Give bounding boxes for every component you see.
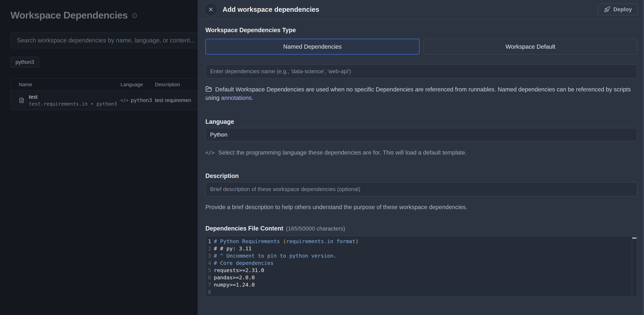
language-filter-chip[interactable]: python3 <box>10 57 39 67</box>
description-input[interactable] <box>206 182 637 196</box>
table-row[interactable]: test test.requirements.in • python3 </> … <box>11 91 198 110</box>
type-option-named-dependencies[interactable]: Named Dependencies <box>206 39 420 54</box>
dependency-meta: test.requirements.in • python3 <box>29 101 117 107</box>
code-text: # Core dependencies <box>214 260 274 267</box>
code-text: requests>=2.31.0 <box>214 267 264 274</box>
code-text: pandas>=2.0.0 <box>214 274 255 281</box>
page-title-row: Workspace Dependencies <box>10 9 198 21</box>
editor-scrollbar-thumb[interactable] <box>632 237 636 239</box>
type-section-label: Workspace Dependencies Type <box>206 26 637 34</box>
code-line: 7numpy>=1.24.0 <box>206 281 637 289</box>
file-content-label-row: Dependencies File Content (165/50000 cha… <box>206 225 637 232</box>
line-number: 4 <box>206 260 214 267</box>
language-section-label: Language <box>206 118 637 125</box>
annotations-link[interactable]: annotations <box>221 94 252 101</box>
line-number: 2 <box>206 245 214 252</box>
file-content-label: Dependencies File Content <box>206 225 283 232</box>
code-line: 8 <box>206 289 637 296</box>
workspace-dependencies-panel: Workspace Dependencies python3 Name Lang… <box>0 0 198 315</box>
code-line: 5requests>=2.31.0 <box>206 267 637 274</box>
drawer-header: Add workspace dependencies Deploy <box>198 0 644 19</box>
line-number: 7 <box>206 281 214 289</box>
file-text-icon <box>19 97 24 104</box>
code-line: 2# # py: 3.11 <box>206 245 637 252</box>
drawer-body: Workspace Dependencies Type Named Depend… <box>198 26 644 297</box>
line-number: 6 <box>206 274 214 281</box>
dependency-language: python3 <box>131 97 152 103</box>
language-help-line: </> Select the programming language thes… <box>206 149 637 156</box>
dependency-description: test requiremen <box>155 97 198 103</box>
editor-scrollbar[interactable] <box>632 236 637 296</box>
column-header-description: Description <box>155 82 198 87</box>
column-header-name: Name <box>11 82 120 87</box>
info-icon[interactable] <box>132 13 137 18</box>
dependencies-file-editor[interactable]: 1# Python Requirements (requirements.in … <box>206 236 637 297</box>
code-text: # Python Requirements (requirements.in f… <box>214 238 358 245</box>
code-lines: 1# Python Requirements (requirements.in … <box>206 238 637 296</box>
line-number: 5 <box>206 267 214 274</box>
code-icon: </> <box>120 98 128 103</box>
drawer-title: Add workspace dependencies <box>222 6 593 13</box>
column-header-language: Language <box>120 82 155 87</box>
code-line: 3# ^ Uncomment to pin to python version. <box>206 252 637 260</box>
code-line: 6pandas>=2.0.0 <box>206 274 637 281</box>
drawer-scrollbar[interactable] <box>643 0 644 315</box>
dependencies-info-text: Default Workspace Dependencies are used … <box>206 85 637 102</box>
line-number: 3 <box>206 252 214 260</box>
line-number: 1 <box>206 238 214 245</box>
folder-open-icon <box>206 86 212 92</box>
code-text: # ^ Uncomment to pin to python version. <box>214 252 336 260</box>
dependencies-name-input[interactable] <box>206 64 637 78</box>
code-line: 4# Core dependencies <box>206 260 637 267</box>
dependencies-table: Name Language Description test test.requ… <box>10 78 198 110</box>
type-toggle-group: Named Dependencies Workspace Default <box>206 39 637 54</box>
rocket-icon <box>604 6 610 13</box>
table-header: Name Language Description <box>11 79 198 91</box>
code-text: numpy>=1.24.0 <box>214 281 255 289</box>
page-title: Workspace Dependencies <box>10 9 128 21</box>
type-option-workspace-default[interactable]: Workspace Default <box>424 39 638 54</box>
language-help-text: Select the programming language these de… <box>218 149 466 156</box>
workspace-dependencies-page: Workspace Dependencies python3 Name Lang… <box>0 0 644 315</box>
info-text-before: Default Workspace Dependencies are used … <box>206 86 631 101</box>
search-input[interactable] <box>10 32 198 48</box>
deploy-button[interactable]: Deploy <box>598 3 638 15</box>
deploy-button-label: Deploy <box>613 6 632 13</box>
code-text: # # py: 3.11 <box>214 245 252 252</box>
close-button[interactable] <box>204 3 218 16</box>
dependency-name: test <box>29 94 117 100</box>
code-line: 1# Python Requirements (requirements.in … <box>206 238 637 245</box>
code-icon: </> <box>206 150 214 156</box>
description-help-text: Provide a brief description to help othe… <box>206 204 637 210</box>
line-number: 8 <box>206 289 214 296</box>
add-dependencies-drawer: Add workspace dependencies Deploy Worksp… <box>198 0 644 315</box>
character-counter: (165/50000 characters) <box>286 225 345 232</box>
language-select[interactable]: Python <box>206 128 637 141</box>
description-section-label: Description <box>206 172 637 179</box>
info-text-after: . <box>252 94 253 101</box>
